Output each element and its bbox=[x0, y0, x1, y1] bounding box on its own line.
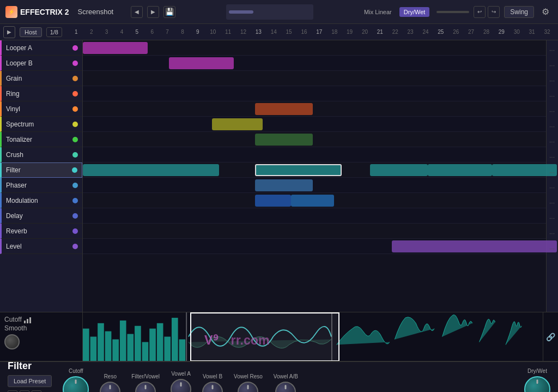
grid-row-0[interactable] bbox=[83, 40, 558, 56]
smooth-label: Smooth bbox=[4, 324, 27, 332]
grid-block-5[interactable] bbox=[83, 164, 219, 176]
track-item-delay[interactable]: Delay bbox=[0, 208, 82, 224]
grid-block-2[interactable] bbox=[212, 118, 262, 130]
link-button[interactable]: 🔗 bbox=[543, 312, 558, 361]
vowel-b-knob[interactable] bbox=[202, 382, 223, 393]
svg-rect-5 bbox=[120, 321, 126, 361]
vowel-ab-knob[interactable] bbox=[275, 382, 296, 393]
grid-row-1[interactable] bbox=[83, 56, 558, 71]
track-item-modulation[interactable]: Modulation bbox=[0, 193, 82, 208]
settings-button[interactable]: ⚙ bbox=[538, 5, 553, 19]
svg-rect-3 bbox=[105, 331, 112, 361]
track-label: Filter bbox=[6, 166, 72, 174]
grid-block-12[interactable] bbox=[291, 195, 334, 207]
smooth-knob[interactable] bbox=[4, 334, 20, 349]
preset-prev-button[interactable]: ◀ bbox=[8, 390, 17, 393]
top-bar: ⚡ EFFECTRIX 2 ◀ ▶ 💾 Mix Linear Dry/Wet ↩… bbox=[0, 0, 558, 24]
reso-knob[interactable] bbox=[100, 382, 120, 393]
track-item-vinyl[interactable]: Vinyl bbox=[0, 101, 82, 117]
track-row-menu-4[interactable]: ··· bbox=[546, 106, 558, 117]
grid-block-10[interactable] bbox=[255, 179, 312, 191]
track-row-menu-10[interactable]: ··· bbox=[546, 197, 558, 208]
beat-num-31: 31 bbox=[524, 29, 539, 35]
vowel-reso-knob[interactable] bbox=[238, 382, 258, 393]
track-row-menu-1[interactable]: ··· bbox=[546, 60, 558, 71]
beat-num-2: 2 bbox=[84, 29, 99, 35]
track-label: Ring bbox=[6, 90, 72, 98]
grid-row-3[interactable] bbox=[83, 86, 558, 101]
grid-row-6[interactable] bbox=[83, 132, 558, 147]
bottom-left: Filter Load Preset ◀ ▶ 💾 ↩ ⊞ bbox=[8, 360, 52, 393]
host-button[interactable]: Host bbox=[20, 27, 42, 37]
track-item-looper-b[interactable]: Looper B bbox=[0, 56, 82, 71]
track-row-menu-12[interactable]: ··· bbox=[546, 228, 558, 239]
drywet-slider[interactable] bbox=[436, 11, 469, 13]
beat-num-25: 25 bbox=[433, 29, 448, 35]
grid-row-7[interactable] bbox=[83, 147, 558, 162]
svg-rect-9 bbox=[149, 329, 156, 361]
cutoff-param-label: Cutoff bbox=[69, 368, 83, 374]
drywet-param: Dry/Wet Mix Linear bbox=[524, 368, 550, 393]
track-row-menu-3[interactable]: ··· bbox=[546, 91, 558, 101]
grid-row-12[interactable] bbox=[83, 224, 558, 239]
track-item-tonalizer[interactable]: Tonalizer bbox=[0, 132, 82, 147]
track-item-grain[interactable]: Grain bbox=[0, 71, 82, 86]
play-button[interactable]: ▶ bbox=[3, 26, 15, 38]
waveform-canvas[interactable]: V⁹ rr.com bbox=[83, 312, 543, 361]
track-item-level[interactable]: Level bbox=[0, 239, 82, 254]
next-preset-button[interactable]: ▶ bbox=[147, 6, 159, 18]
drywet-button[interactable]: Dry/Wet bbox=[399, 7, 430, 17]
bar-chart-icon[interactable] bbox=[24, 317, 31, 323]
grid-row-4[interactable] bbox=[83, 101, 558, 117]
track-item-crush[interactable]: Crush bbox=[0, 147, 82, 162]
beat-num-1: 1 bbox=[69, 29, 84, 35]
track-row-menu-11[interactable]: ··· bbox=[546, 213, 558, 224]
grid-row-9[interactable] bbox=[83, 178, 558, 193]
svg-rect-14 bbox=[186, 312, 187, 361]
vowel-ab-param: Vowel A/B bbox=[274, 373, 298, 393]
preset-name-input[interactable] bbox=[77, 8, 126, 16]
track-row-menu-0[interactable]: ··· bbox=[546, 45, 558, 56]
division-button[interactable]: 1/8 bbox=[46, 27, 62, 37]
track-row-menu-13[interactable]: ··· bbox=[546, 243, 558, 254]
track-row-menu-7[interactable]: ··· bbox=[546, 152, 558, 162]
beat-num-14: 14 bbox=[266, 29, 281, 35]
preset-next-button[interactable]: ▶ bbox=[20, 390, 29, 393]
grid-block-8[interactable] bbox=[428, 164, 493, 176]
grid-block-7[interactable] bbox=[370, 164, 427, 176]
preset-save-button[interactable]: 💾 bbox=[32, 390, 41, 393]
track-item-looper-a[interactable]: Looper A bbox=[0, 40, 82, 56]
load-preset-button[interactable]: Load Preset bbox=[8, 375, 52, 387]
grid-block-1[interactable] bbox=[169, 57, 234, 69]
track-row-menu-8[interactable]: ··· bbox=[546, 167, 558, 178]
filter-vowel-knob[interactable] bbox=[135, 382, 156, 393]
track-row-menu-6[interactable]: ··· bbox=[546, 136, 558, 147]
grid-row-2[interactable] bbox=[83, 71, 558, 86]
load-preset-area: Load Preset ◀ ▶ 💾 bbox=[8, 375, 52, 393]
grid-block-6[interactable] bbox=[255, 164, 341, 176]
grid-block-13[interactable] bbox=[392, 240, 557, 252]
track-row-menu-5[interactable]: ··· bbox=[546, 121, 558, 132]
grid-block-4[interactable] bbox=[255, 134, 312, 146]
save-preset-button[interactable]: 💾 bbox=[163, 6, 175, 18]
track-item-phaser[interactable]: Phaser bbox=[0, 178, 82, 193]
redo-button[interactable]: ↪ bbox=[488, 6, 500, 18]
cutoff-knob[interactable] bbox=[63, 376, 89, 393]
grid-block-0[interactable] bbox=[83, 42, 148, 54]
track-row-menu-2[interactable]: ··· bbox=[546, 75, 558, 86]
undo-button[interactable]: ↩ bbox=[474, 6, 486, 18]
track-header-bar: ▶ Host 1/8 12345678910111213141516171819… bbox=[0, 24, 558, 40]
track-row-menu-9[interactable]: ··· bbox=[546, 182, 558, 193]
track-item-filter[interactable]: Filter bbox=[0, 162, 82, 178]
track-item-reverb[interactable]: Reverb bbox=[0, 224, 82, 239]
grid-row-11[interactable] bbox=[83, 208, 558, 224]
grid-row-5[interactable] bbox=[83, 117, 558, 132]
track-item-ring[interactable]: Ring bbox=[0, 86, 82, 101]
track-item-spectrum[interactable]: Spectrum bbox=[0, 117, 82, 132]
grid-block-3[interactable] bbox=[255, 103, 312, 115]
grid-block-11[interactable] bbox=[255, 195, 291, 207]
vowel-a-knob[interactable] bbox=[171, 379, 191, 393]
prev-preset-button[interactable]: ◀ bbox=[131, 6, 143, 18]
swing-button[interactable]: Swing bbox=[504, 6, 534, 18]
drywet-knob[interactable] bbox=[524, 376, 550, 393]
